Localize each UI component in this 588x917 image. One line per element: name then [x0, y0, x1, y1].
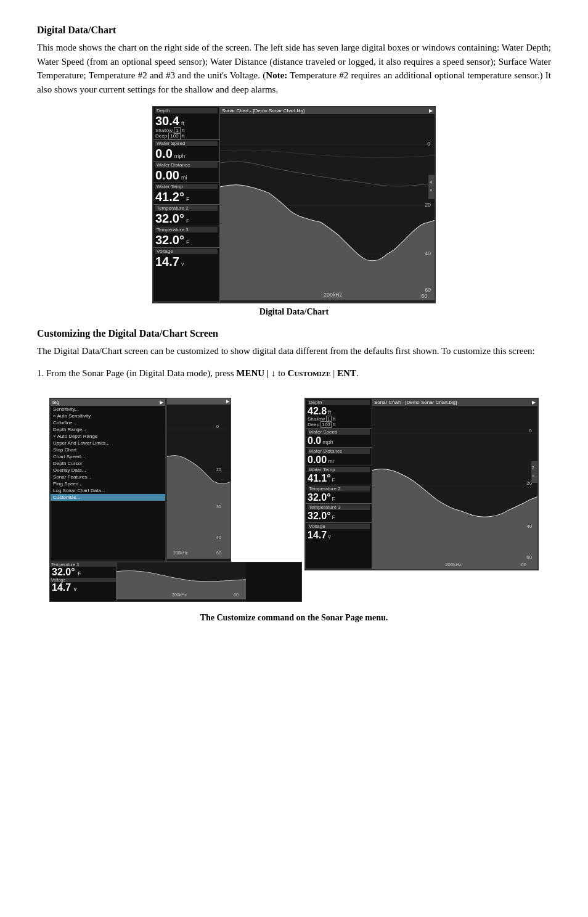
menu-item-depth-range[interactable]: Depth Range... [51, 426, 165, 433]
distance-label-2: Water Distance [308, 448, 370, 454]
main-paragraph: This mode shows the chart on the right s… [37, 41, 551, 96]
menu-item-customize[interactable]: Customize... [51, 494, 165, 501]
temp2-label-2: Temperature 2 [308, 486, 370, 491]
step1-period: . [356, 368, 359, 378]
left-device-bottom: Temperature 3 32.0° F Voltage 14.7 v [49, 562, 302, 602]
menu-chart-arrow: ▶ [226, 399, 229, 404]
menu-item-overlay-data[interactable]: Overlay Data... [51, 467, 165, 474]
step1-ent: ENT [337, 368, 356, 378]
figure2-caption: The Customize command on the Sonar Page … [200, 613, 388, 623]
temp3-label: Temperature 3 [155, 227, 218, 232]
menu-item-auto-depth[interactable]: Auto Depth Range [51, 433, 165, 440]
svg-text:40: 40 [425, 250, 431, 257]
temp-section: Water Temp 41.2° F [153, 183, 219, 205]
svg-rect-37 [531, 461, 537, 483]
customize-para: The Digital Data/Chart screen can be cus… [37, 344, 551, 358]
temp-value: 41.2° [155, 190, 184, 204]
step1-text: 1. From the Sonar Page (in Digital Data … [37, 366, 551, 380]
menu-item-upper-lower[interactable]: Upper And Lower Limits... [51, 440, 165, 446]
chart-header-2: Sonar Chart - [Demo Sonar Chart.blg] ▶ [372, 399, 537, 406]
svg-text:2: 2 [532, 465, 534, 469]
speed-value-2: 0.0 [308, 435, 321, 446]
svg-text:200kHz: 200kHz [173, 551, 188, 555]
temp-unit: F [186, 196, 190, 202]
menu-item-log-sonar[interactable]: Log Sonar Chart Data... [51, 487, 165, 494]
left-side-panel: blg ▶ Sensitivity... Auto Sensitivity Co… [49, 398, 302, 602]
menu-right-chart: ▶ 0 20 30 40 200kHz [166, 398, 231, 562]
menu-item-colorline[interactable]: Colorline... [51, 419, 165, 426]
deep-sub-2: Deep 100 ft [308, 422, 370, 427]
right-chart-1: Sonar Chart - [Demo Sonar Chart.blg] ▶ [220, 107, 435, 302]
left-temp3-value: 32.0° [52, 567, 75, 577]
left-combo: blg ▶ Sensitivity... Auto Sensitivity Co… [49, 398, 302, 562]
menu-item-chart-speed[interactable]: Chart Speed... [51, 453, 165, 460]
distance-value: 0.00 [155, 168, 179, 182]
speed-unit: mph [174, 153, 186, 159]
play-icon-2: ▶ [532, 400, 536, 405]
menu-item-auto-sensitivity[interactable]: Auto Sensitivity [51, 413, 165, 419]
menu-item-ping-speed[interactable]: Ping Speed... [51, 480, 165, 487]
menu-panel: blg ▶ Sensitivity... Auto Sensitivity Co… [49, 398, 166, 562]
temp2-value: 32.0° [155, 212, 184, 225]
distance-section-2: Water Distance 0.00 mi [306, 448, 372, 467]
step1-menu: MENU | ↓ [236, 368, 276, 378]
temp2-label: Temperature 2 [155, 205, 218, 211]
menu-item-sonar-features[interactable]: Sonar Features... [51, 474, 165, 480]
svg-text:4: 4 [430, 180, 433, 186]
svg-text:×: × [430, 187, 433, 193]
customize-heading: Customizing the Digital Data/Chart Scree… [37, 328, 551, 339]
temp3-value-2: 32.0° [308, 511, 331, 522]
menu-arrow: ▶ [160, 400, 163, 405]
two-panel-figure: blg ▶ Sensitivity... Auto Sensitivity Co… [49, 398, 539, 602]
svg-text:60: 60 [234, 593, 239, 597]
left-panel-1: Depth 30.4 ft Shallow 1 ft Deep 100 ft W… [153, 107, 220, 302]
menu-item-sensitivity[interactable]: Sensitivity... [51, 406, 165, 413]
depth-label-2: Depth [308, 400, 370, 405]
voltage-unit: v [181, 261, 184, 267]
svg-text:40: 40 [216, 535, 221, 540]
temp2-section: Temperature 2 32.0° F [153, 205, 219, 226]
speed-unit-2: mph [322, 439, 333, 445]
distance-section: Water Distance 0.00 mi [153, 162, 219, 183]
temp2-unit-2: F [332, 496, 336, 502]
menu-item-depth-cursor[interactable]: Depth Cursor [51, 460, 165, 467]
svg-text:200kHz: 200kHz [445, 561, 462, 567]
svg-text:60: 60 [521, 561, 526, 567]
device-screen-1: Depth 30.4 ft Shallow 1 ft Deep 100 ft W… [152, 106, 436, 303]
speed-section-2: Water Speed 0.0 mph [306, 429, 372, 448]
figure1-caption: Digital Data/Chart [259, 307, 329, 317]
shallow-sub: Shallow 1 ft [155, 128, 218, 133]
menu-item-stop-chart[interactable]: Stop Chart [51, 446, 165, 453]
sonar-chart-1: 0 20 40 60 4 × 200kHz 60 [220, 114, 435, 300]
main-heading: Digital Data/Chart [37, 25, 551, 36]
voltage-value: 14.7 [155, 255, 179, 268]
svg-text:40: 40 [526, 523, 532, 528]
temp-value-2: 41.1° [308, 473, 331, 484]
svg-text:60: 60 [526, 554, 532, 559]
svg-text:0: 0 [427, 141, 430, 147]
chart-header-1: Sonar Chart - [Demo Sonar Chart.blg] ▶ [220, 107, 435, 114]
distance-value-2: 0.00 [308, 454, 327, 466]
temp3-section: Temperature 3 32.0° F [153, 226, 219, 248]
depth-label: Depth [155, 108, 218, 113]
temp3-unit-2: F [332, 514, 336, 520]
temp-label: Water Temp [155, 184, 218, 189]
play-icon: ▶ [429, 108, 433, 113]
depth-section: Depth 30.4 ft Shallow 1 ft Deep 100 ft [153, 107, 219, 140]
figure1-container: Depth 30.4 ft Shallow 1 ft Deep 100 ft W… [37, 106, 551, 317]
depth-value: 30.4 [155, 114, 179, 128]
voltage-label: Voltage [155, 249, 218, 254]
left-voltage-value: 14.7 [52, 582, 71, 593]
depth-value-2: 42.8 [308, 406, 327, 417]
distance-label: Water Distance [155, 162, 218, 168]
svg-text:×: × [532, 473, 534, 477]
temp2-value-2: 32.0° [308, 492, 331, 503]
figure2-container: blg ▶ Sensitivity... Auto Sensitivity Co… [37, 390, 551, 623]
right-chart-2: Sonar Chart - [Demo Sonar Chart.blg] ▶ 0… [372, 399, 537, 569]
sonar-chart-2: 0 20 40 60 2 × 200kHz 60 [372, 406, 537, 569]
svg-text:200kHz: 200kHz [172, 593, 187, 597]
menu-sonar-svg: 0 20 30 40 200kHz 60 [167, 405, 231, 559]
step1-text1: 1. From the Sonar Page (in Digital Data … [37, 368, 236, 378]
menu-header: blg ▶ [51, 399, 165, 406]
svg-text:200kHz: 200kHz [324, 292, 343, 298]
